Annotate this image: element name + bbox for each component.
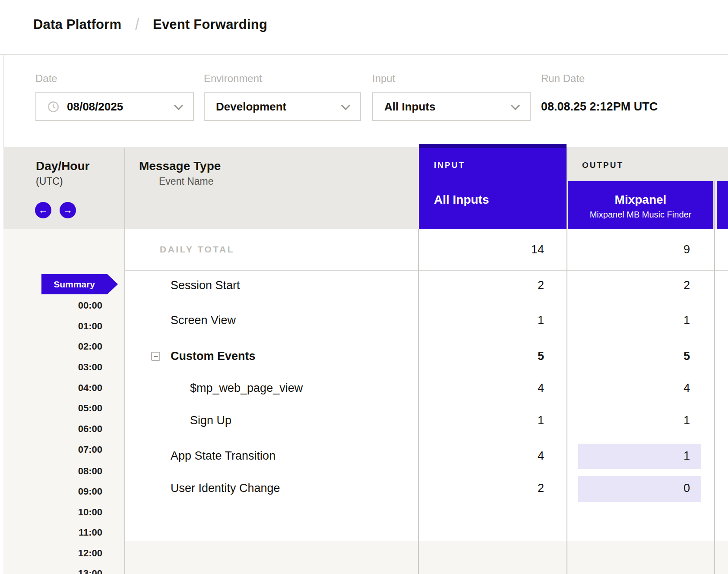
chevron-down-icon: [511, 101, 520, 110]
output-name: Mixpanel: [568, 193, 713, 206]
input-column-top-strip: [419, 144, 567, 148]
hour-slot[interactable]: 07:00: [3, 439, 102, 460]
input-count: 4: [419, 378, 544, 398]
table-row: Custom Events 5 5: [0, 346, 728, 366]
daily-total-label: DAILY TOTAL: [160, 239, 234, 260]
hour-slot[interactable]: 01:00: [3, 316, 102, 337]
input-filter-label: Input: [372, 73, 395, 85]
table-row: App State Transition 4 1: [0, 445, 728, 466]
topbar: Data Platform / Event Forwarding: [0, 0, 728, 55]
next-day-button[interactable]: →: [60, 202, 76, 218]
daily-total-divider: [125, 270, 728, 271]
output-subtitle: Mixpanel MB Music Finder: [568, 209, 713, 220]
arrow-left-icon: ←: [38, 205, 48, 215]
input-count: 1: [419, 310, 544, 331]
table-row: Sign Up 1 1: [0, 410, 728, 431]
run-date-label: Run Date: [541, 73, 585, 85]
hour-slot[interactable]: 09:00: [3, 481, 102, 502]
hour-slot[interactable]: 10:00: [3, 502, 102, 523]
input-count: 5: [419, 346, 544, 366]
output-column-header-mixpanel[interactable]: Mixpanel Mixpanel MB Music Finder: [568, 181, 713, 229]
output-count: 5: [568, 346, 690, 366]
clock-icon: [47, 101, 59, 113]
event-label: Session Start: [171, 275, 240, 296]
date-filter-label: Date: [35, 73, 57, 85]
hour-slot[interactable]: 03:00: [3, 357, 102, 378]
table-row: User Identity Change 2 0: [0, 478, 728, 498]
message-type-header: Message Type: [139, 159, 221, 173]
output-column-header-partial[interactable]: [717, 181, 728, 229]
hour-slot[interactable]: 04:00: [3, 378, 102, 398]
output-count: 1: [568, 410, 690, 431]
date-value: 08/08/2025: [67, 100, 123, 114]
output-count: 4: [568, 378, 690, 398]
table-row: Screen View 1 1: [0, 310, 728, 331]
breadcrumb-separator-icon: /: [135, 15, 139, 34]
chevron-down-icon: [341, 101, 350, 110]
input-section-label: INPUT: [434, 161, 465, 170]
day-hour-header: Day/Hour: [36, 159, 89, 173]
event-label: Sign Up: [190, 410, 231, 431]
chevron-down-icon: [174, 101, 183, 110]
input-count: 2: [419, 478, 544, 498]
summary-label: Summary: [54, 279, 95, 290]
output-count: 1: [568, 310, 690, 331]
input-count: 4: [419, 445, 544, 466]
event-label: App State Transition: [171, 445, 275, 466]
breadcrumb-section[interactable]: Data Platform: [33, 17, 121, 32]
hour-slot[interactable]: 02:00: [3, 336, 102, 357]
breadcrumb-page: Event Forwarding: [153, 17, 267, 32]
hour-slot[interactable]: 12:00: [3, 543, 102, 564]
summary-row-badge[interactable]: Summary: [41, 274, 118, 294]
previous-day-button[interactable]: ←: [35, 202, 51, 218]
collapse-icon[interactable]: [151, 352, 160, 361]
input-select[interactable]: All Inputs: [372, 92, 531, 121]
input-count: 1: [419, 410, 544, 431]
output-count: 1: [568, 445, 690, 466]
environment-filter-label: Environment: [204, 73, 262, 85]
arrow-right-icon: →: [63, 205, 73, 215]
run-date-value: 08.08.25 2:12PM UTC: [541, 100, 658, 114]
daily-total-output-count: 9: [568, 239, 690, 260]
input-column-name: All Inputs: [434, 193, 489, 207]
hour-slot[interactable]: 00:00: [3, 295, 102, 316]
daily-total-input-count: 14: [419, 239, 544, 260]
environment-value: Development: [216, 100, 286, 114]
output-count: 2: [568, 275, 690, 296]
breadcrumb: Data Platform / Event Forwarding: [33, 16, 267, 32]
environment-select[interactable]: Development: [204, 92, 361, 121]
event-label: Screen View: [171, 310, 236, 331]
event-label: $mp_web_page_view: [190, 378, 303, 398]
input-count: 2: [419, 275, 544, 296]
table-row: $mp_web_page_view 4 4: [0, 378, 728, 398]
output-count: 0: [568, 478, 690, 498]
hour-slot[interactable]: 06:00: [3, 419, 102, 439]
event-label: User Identity Change: [171, 478, 280, 498]
daily-total-row: DAILY TOTAL 14 9: [0, 239, 728, 260]
event-forwarding-screen: Data Platform / Event Forwarding Date 08…: [0, 0, 728, 574]
input-value: All Inputs: [384, 100, 435, 114]
date-select[interactable]: 08/08/2025: [35, 92, 194, 121]
hour-slot[interactable]: 05:00: [3, 398, 102, 419]
hour-slot[interactable]: 11:00: [3, 522, 102, 543]
output-section-label: OUTPUT: [582, 161, 624, 170]
event-name-subheader: Event Name: [159, 176, 214, 187]
hour-slot[interactable]: 08:00: [3, 461, 102, 482]
hour-slot[interactable]: 13:00: [3, 563, 102, 574]
input-column-header[interactable]: INPUT All Inputs: [419, 148, 567, 229]
day-hour-timezone: (UTC): [36, 176, 63, 187]
event-label: Custom Events: [171, 346, 256, 366]
table-footer-area: [125, 541, 728, 574]
